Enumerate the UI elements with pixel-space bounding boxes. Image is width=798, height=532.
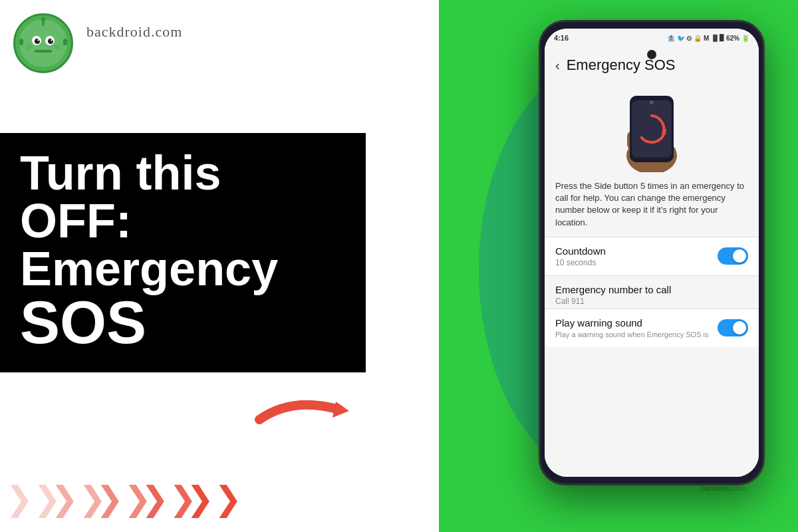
watermark: backdroid.com bbox=[702, 485, 745, 492]
headline-line1: Turn this OFF: bbox=[20, 149, 346, 245]
countdown-toggle[interactable] bbox=[718, 247, 748, 265]
phone-screen: 4:16 🏦 🐦 ⊙ 🔒 M ▐▌▉ 62% 🔋 ‹ Emergency SOS bbox=[545, 29, 759, 477]
svg-point-23 bbox=[650, 100, 654, 104]
emergency-number-label: Emergency number to call bbox=[555, 284, 748, 295]
headline-line2: Emergency bbox=[20, 245, 346, 293]
screen-content: ‹ Emergency SOS bbox=[545, 47, 759, 477]
arrow-container bbox=[253, 383, 359, 439]
play-warning-label: Play warning sound bbox=[555, 317, 711, 329]
play-warning-info: Play warning sound Play a warning sound … bbox=[555, 317, 718, 339]
logo-circle bbox=[13, 13, 73, 73]
svg-point-5 bbox=[38, 39, 40, 41]
svg-point-0 bbox=[19, 19, 67, 67]
side-button-vol-down bbox=[539, 118, 541, 142]
description-text: Press the Side button 5 times in an emer… bbox=[545, 180, 759, 237]
setting-row-countdown[interactable]: Countdown 10 seconds bbox=[545, 237, 759, 275]
phone-illustration bbox=[545, 79, 759, 180]
chevrons-container: ❯❯ ❯❯ ❯❯ ❯❯ ❯❯ bbox=[13, 479, 234, 519]
status-icons: 🏦 🐦 ⊙ 🔒 M ▐▌▉ 62% 🔋 bbox=[667, 35, 749, 42]
status-time: 4:16 bbox=[554, 34, 569, 42]
countdown-info: Countdown 10 seconds bbox=[555, 245, 606, 267]
side-button-vol-up bbox=[539, 88, 541, 112]
battery-icon: 🔋 bbox=[741, 35, 749, 42]
battery-text: 62% bbox=[726, 35, 739, 42]
chevron-5: ❯❯ bbox=[194, 479, 234, 519]
countdown-label: Countdown bbox=[555, 245, 606, 257]
play-warning-toggle[interactable] bbox=[718, 319, 748, 336]
svg-rect-7 bbox=[35, 50, 52, 53]
side-button-power bbox=[763, 102, 765, 135]
svg-point-6 bbox=[51, 39, 53, 41]
headline-line3: SOS bbox=[20, 293, 346, 352]
phone-mockup: 4:16 🏦 🐦 ⊙ 🔒 M ▐▌▉ 62% 🔋 ‹ Emergency SOS bbox=[539, 20, 765, 485]
chevron-2: ❯❯ bbox=[59, 479, 98, 519]
status-bar: 4:16 🏦 🐦 ⊙ 🔒 M ▐▌▉ 62% 🔋 bbox=[545, 29, 759, 47]
settings-title: Emergency SOS bbox=[567, 57, 676, 74]
camera-notch bbox=[647, 50, 656, 59]
headline-container: Turn this OFF: Emergency SOS bbox=[0, 133, 366, 372]
svg-rect-11 bbox=[63, 39, 67, 45]
chevron-3: ❯❯ bbox=[104, 479, 144, 519]
back-button[interactable]: ‹ bbox=[555, 58, 560, 73]
play-warning-sub: Play a warning sound when Emergency SOS … bbox=[555, 330, 711, 339]
phone-hand-illustration bbox=[608, 86, 695, 172]
notification-icons: 🏦 🐦 ⊙ 🔒 M bbox=[667, 35, 709, 42]
red-arrow-svg bbox=[253, 383, 359, 436]
logo-area bbox=[13, 13, 73, 73]
phone-body: 4:16 🏦 🐦 ⊙ 🔒 M ▐▌▉ 62% 🔋 ‹ Emergency SOS bbox=[539, 20, 765, 485]
emergency-number-sub: Call 911 bbox=[555, 297, 748, 306]
signal-icon: ▐▌▉ bbox=[711, 35, 724, 41]
play-warning-row[interactable]: Play warning sound Play a warning sound … bbox=[545, 309, 759, 347]
site-domain: backdroid.com bbox=[86, 23, 182, 41]
countdown-sub: 10 seconds bbox=[555, 258, 606, 267]
svg-rect-10 bbox=[19, 39, 23, 45]
chevron-4: ❯❯ bbox=[149, 479, 189, 519]
chevron-1: ❯❯ bbox=[13, 479, 53, 519]
logo-robot-svg bbox=[17, 17, 70, 70]
svg-point-9 bbox=[41, 17, 45, 21]
emergency-number-section[interactable]: Emergency number to call Call 911 bbox=[545, 276, 759, 309]
